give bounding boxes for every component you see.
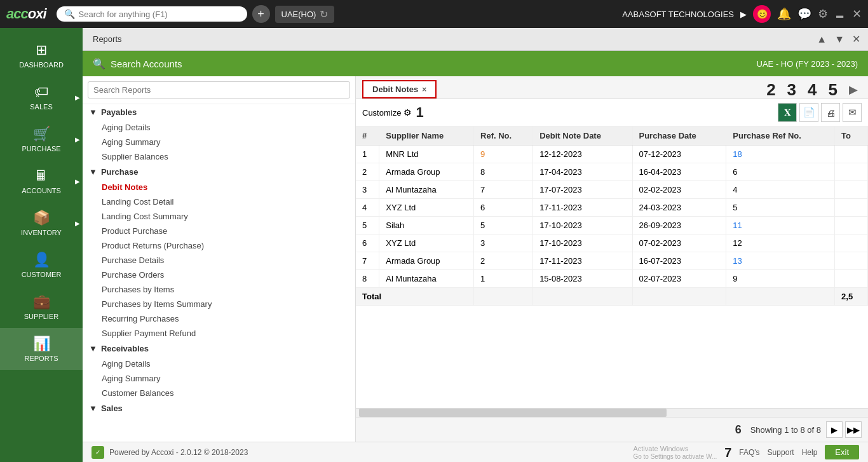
total-label: Total <box>356 288 474 306</box>
sales-tree-arrow-icon: ▼ <box>89 404 97 413</box>
cell-purchase-date: 07-02-2023 <box>632 234 726 252</box>
sidebar-item-sales[interactable]: 🏷 SALES <box>0 76 83 118</box>
purchase-tree-arrow-icon: ▼ <box>89 167 97 177</box>
cell-debit-date: 12-12-2023 <box>533 146 632 163</box>
sidebar-item-reports[interactable]: 📊 REPORTS <box>0 328 83 370</box>
tree-child-supplier-balances[interactable]: Supplier Balances <box>83 149 355 164</box>
cell-purchase-ref: 4 <box>726 181 835 199</box>
tree-parent-sales[interactable]: ▼ Sales <box>83 400 355 416</box>
search-reports-input[interactable] <box>88 81 350 99</box>
last-page-btn[interactable]: ▶▶ <box>845 421 862 438</box>
sales-arrow-icon: ▶ <box>75 94 80 101</box>
tree-child-purchase-orders[interactable]: Purchase Orders <box>83 268 355 282</box>
sidebar-item-dashboard[interactable]: ⊞ DASHBOARD <box>0 34 83 76</box>
minimize-icon[interactable]: 🗕 <box>834 8 846 21</box>
tree-child-product-purchase[interactable]: Product Purchase <box>83 224 355 238</box>
tree-parent-payables[interactable]: ▼ Payables <box>83 104 355 120</box>
tree-child-product-returns[interactable]: Product Returns (Purchase) <box>83 238 355 253</box>
tree-parent-receivables[interactable]: ▼ Receivables <box>83 341 355 357</box>
table-row: 7 Armada Group 2 17-11-2023 16-07-2023 1… <box>356 252 868 270</box>
sidebar-label-reports: REPORTS <box>25 355 58 362</box>
purchase-tree-label: Purchase <box>101 167 139 177</box>
horizontal-scrollbar[interactable] <box>356 408 868 417</box>
faq-link[interactable]: FAQ's <box>739 448 759 457</box>
payables-arrow-icon: ▼ <box>89 107 97 117</box>
tree-child-aging-details-p[interactable]: Aging Details <box>83 120 355 135</box>
cell-purchase-date: 16-04-2023 <box>632 163 726 181</box>
messages-icon[interactable]: 💬 <box>797 7 811 21</box>
search-icon: 🔍 <box>64 9 75 19</box>
footer-right: Activate WindowsGo to Settings to activa… <box>633 445 859 460</box>
tree-child-customer-balances[interactable]: Customer Balances <box>83 386 355 400</box>
close-icon[interactable]: ✕ <box>852 7 862 21</box>
tree-section-receivables: ▼ Receivables Aging Details Aging Summar… <box>83 341 355 400</box>
cell-purchase-date: 02-07-2023 <box>632 270 726 288</box>
tab-bar: Reports ▲ ▼ ✕ <box>83 28 868 51</box>
cell-supplier: Al Muntazaha <box>379 270 474 288</box>
export-pdf-btn[interactable]: 📄 <box>799 103 818 122</box>
tree-child-landing-cost-summary[interactable]: Landing Cost Summary <box>83 209 355 224</box>
tree-child-aging-summary-p[interactable]: Aging Summary <box>83 135 355 149</box>
export-excel-btn[interactable]: 𝐗 <box>778 103 797 122</box>
tree-child-purchase-details[interactable]: Purchase Details <box>83 253 355 268</box>
company-selector[interactable]: UAE(HO) ↻ <box>275 6 335 23</box>
tab-down-btn[interactable]: ▼ <box>832 32 847 46</box>
magnifier-icon: 🔍 <box>93 58 105 70</box>
company-code: UAE(HO) <box>281 10 316 19</box>
debit-notes-table: # Supplier Name Ref. No. Debit Note Date… <box>356 126 868 306</box>
dashboard-icon: ⊞ <box>36 42 47 58</box>
tree-parent-purchase[interactable]: ▼ Purchase <box>83 164 355 180</box>
app-logo: accoxi <box>6 6 46 22</box>
refresh-icon[interactable]: ↻ <box>320 8 328 20</box>
main-layout: ⊞ DASHBOARD 🏷 SALES ▶ 🛒 PURCHASE ▶ 🖩 ACC… <box>0 28 868 462</box>
cell-num: 7 <box>356 252 379 270</box>
notifications-icon[interactable]: 🔔 <box>777 7 791 21</box>
inventory-arrow-icon: ▶ <box>75 220 80 227</box>
tree-child-aging-summary-r[interactable]: Aging Summary <box>83 371 355 386</box>
tab-bar-left: Reports <box>88 32 127 46</box>
help-link[interactable]: Help <box>802 448 818 457</box>
cell-purchase-ref: 6 <box>726 163 835 181</box>
sidebar-item-inventory[interactable]: 📦 INVENTORY <box>0 202 83 244</box>
sidebar-item-sales-wrapper: 🏷 SALES ▶ <box>0 76 83 118</box>
user-avatar[interactable]: 😊 <box>753 5 771 23</box>
tab-close-btn[interactable]: ✕ <box>850 32 863 46</box>
toolbar-right: 𝐗 📄 🖨 ✉ <box>778 103 862 122</box>
next-page-btn[interactable]: ▶ <box>826 421 843 438</box>
tree-child-debit-notes[interactable]: Debit Notes <box>83 180 355 194</box>
exit-button[interactable]: Exit <box>825 445 859 459</box>
cell-ref: 1 <box>474 270 533 288</box>
tab-debit-notes[interactable]: Debit Notes × <box>362 80 437 99</box>
sidebar-item-purchase[interactable]: 🛒 PURCHASE <box>0 118 83 160</box>
table-row: 4 XYZ Ltd 6 17-11-2023 24-03-2023 5 <box>356 199 868 217</box>
sidebar-item-supplier[interactable]: 💼 SUPPLIER <box>0 286 83 328</box>
cell-debit-date: 17-10-2023 <box>533 234 632 252</box>
email-btn[interactable]: ✉ <box>843 103 862 122</box>
global-search-bar[interactable]: 🔍 <box>57 6 247 22</box>
tab-debit-notes-close[interactable]: × <box>422 85 426 94</box>
tree-child-supplier-payment-refund[interactable]: Supplier Payment Refund <box>83 326 355 341</box>
tree-child-purchases-by-items[interactable]: Purchases by Items <box>83 282 355 297</box>
settings-icon[interactable]: ⚙ <box>818 7 828 21</box>
company-info: UAE - HO (FY 2023 - 2023) <box>757 59 858 69</box>
global-search-input[interactable] <box>79 10 231 19</box>
tab-up-btn[interactable]: ▲ <box>814 32 829 46</box>
print-btn[interactable]: 🖨 <box>821 103 840 122</box>
table-row: 1 MNR Ltd 9 12-12-2023 07-12-2023 18 <box>356 146 868 163</box>
tree-section-payables: ▼ Payables Aging Details Aging Summary S… <box>83 104 355 164</box>
cell-purchase-ref: 5 <box>726 199 835 217</box>
customize-button[interactable]: Customize ⚙ <box>362 107 412 118</box>
tab-reports-label: Reports <box>88 32 127 46</box>
tree-child-aging-details-r[interactable]: Aging Details <box>83 357 355 371</box>
cell-purchase-ref: 11 <box>726 217 835 234</box>
sidebar-item-customer[interactable]: 👤 CUSTOMER <box>0 244 83 286</box>
add-button[interactable]: + <box>252 5 270 23</box>
cell-purchase-date: 26-09-2023 <box>632 217 726 234</box>
sidebar-item-inventory-wrapper: 📦 INVENTORY ▶ <box>0 202 83 244</box>
support-link[interactable]: Support <box>768 448 794 457</box>
tree-child-purchases-by-items-summary[interactable]: Purchases by Items Summary <box>83 297 355 311</box>
tree-child-recurring-purchases[interactable]: Recurring Purchases <box>83 311 355 326</box>
tree-child-landing-cost-detail[interactable]: Landing Cost Detail <box>83 194 355 209</box>
cell-to <box>835 163 868 181</box>
sidebar-item-accounts[interactable]: 🖩 ACCOUNTS <box>0 160 83 202</box>
